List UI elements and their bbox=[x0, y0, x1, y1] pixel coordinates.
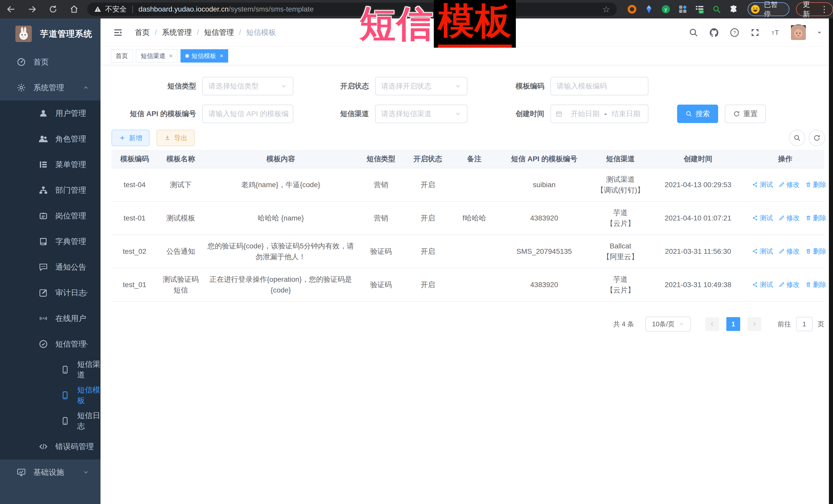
yuque-extension-icon[interactable]: y bbox=[661, 4, 671, 14]
online-users-icon: A bbox=[39, 314, 48, 323]
browser-menu-icon[interactable]: ⋮ bbox=[820, 4, 828, 14]
green-magnifier-extension-icon[interactable] bbox=[712, 4, 721, 14]
breadcrumb-item-1[interactable]: 系统管理 bbox=[162, 27, 192, 38]
chevron-up-icon bbox=[82, 85, 89, 91]
sidebar-item-16[interactable]: 基础设施 bbox=[0, 459, 100, 485]
window-edge-scrollbar[interactable] bbox=[829, 19, 833, 504]
delete-link[interactable]: 删除 bbox=[805, 246, 826, 257]
close-icon[interactable]: × bbox=[169, 52, 172, 59]
cell-actions: 测试修改删除 bbox=[746, 201, 824, 235]
sidebar-item-0[interactable]: 首页 bbox=[0, 49, 100, 75]
profile-paused-chip[interactable]: 已暂停 bbox=[747, 2, 790, 16]
filter-daterange[interactable]: 开始日期-结束日期 bbox=[550, 104, 648, 123]
test-link[interactable]: 测试 bbox=[752, 179, 773, 190]
sidebar-item-label: 在线用户 bbox=[55, 313, 86, 324]
orange-ring-extension-icon[interactable] bbox=[627, 4, 637, 14]
tab-label: 短信渠道 bbox=[141, 52, 165, 60]
cell-type: 营销 bbox=[358, 201, 404, 235]
filter-input[interactable]: 请输入模板编码 bbox=[550, 77, 648, 95]
sidebar-item-13[interactable]: 短信模板 bbox=[0, 383, 100, 408]
trash-icon bbox=[805, 282, 811, 288]
tab-1[interactable]: 短信渠道× bbox=[136, 49, 177, 63]
infrastructure-icon bbox=[17, 467, 26, 477]
blue-pin-extension-icon[interactable] bbox=[644, 4, 654, 14]
current-page[interactable]: 1 bbox=[727, 317, 740, 331]
export-button[interactable]: 导出 bbox=[157, 130, 195, 146]
channel-line: Ballcat bbox=[594, 241, 647, 251]
font-size-icon[interactable]: TT bbox=[770, 27, 781, 38]
caret-down-icon[interactable] bbox=[816, 29, 823, 36]
cell-code: test-01 bbox=[112, 201, 158, 235]
sidebar-item-7[interactable]: 字典管理 bbox=[0, 229, 100, 254]
table-header-row: 模板编码模板名称模板内容短信类型开启状态备注短信 API 的模板编号短信渠道创建… bbox=[112, 150, 824, 168]
test-link[interactable]: 测试 bbox=[752, 213, 773, 223]
delete-link[interactable]: 删除 bbox=[805, 179, 826, 190]
github-icon[interactable] bbox=[709, 27, 719, 38]
on-badge-extension-icon[interactable]: on bbox=[695, 4, 705, 14]
tab-2[interactable]: 短信模板× bbox=[181, 49, 228, 63]
filter-label: 模板编码 bbox=[493, 81, 544, 91]
close-icon[interactable]: × bbox=[220, 52, 223, 59]
sidebar-item-9[interactable]: 审计日志 bbox=[0, 280, 100, 306]
sidebar-item-6[interactable]: 岗位管理 bbox=[0, 203, 100, 229]
refresh-table-button[interactable] bbox=[809, 130, 825, 146]
home-icon[interactable] bbox=[69, 4, 79, 14]
search-button[interactable]: 搜索 bbox=[677, 104, 718, 123]
edit-link[interactable]: 修改 bbox=[779, 246, 800, 257]
forward-icon[interactable] bbox=[27, 4, 37, 14]
breadcrumb-item-0[interactable]: 首页 bbox=[135, 27, 150, 38]
test-link[interactable]: 测试 bbox=[752, 279, 773, 290]
user-avatar[interactable] bbox=[791, 24, 806, 41]
cell-type: 验证码 bbox=[358, 235, 404, 268]
edit-link[interactable]: 修改 bbox=[779, 213, 800, 223]
edit-link[interactable]: 修改 bbox=[779, 279, 800, 290]
cell-code: test_01 bbox=[112, 268, 158, 302]
sidebar-item-3[interactable]: 角色管理 bbox=[0, 126, 100, 152]
filter-select[interactable]: 请选择短信类型 bbox=[202, 77, 293, 95]
puzzle-extension-icon[interactable] bbox=[729, 4, 738, 14]
tab-0[interactable]: 首页 bbox=[111, 49, 133, 63]
sidebar-item-4[interactable]: 菜单管理 bbox=[0, 152, 100, 177]
back-icon[interactable] bbox=[6, 4, 16, 14]
delete-link[interactable]: 删除 bbox=[805, 213, 826, 223]
help-icon[interactable]: ? bbox=[730, 27, 740, 38]
bookmark-star-icon[interactable]: ☆ bbox=[602, 4, 610, 14]
filter-select[interactable]: 请选择短信渠道 bbox=[375, 104, 468, 123]
grid-extension-icon[interactable] bbox=[678, 4, 688, 14]
filter-select[interactable]: 请选择开启状态 bbox=[375, 77, 468, 95]
export-button-label: 导出 bbox=[174, 134, 187, 143]
sidebar-item-11[interactable]: 短信管理 bbox=[0, 331, 100, 357]
reset-button[interactable]: 重置 bbox=[725, 104, 766, 123]
sidebar-logo[interactable]: 芋道管理系统 bbox=[0, 19, 100, 49]
update-button[interactable]: 更新 ⋮ bbox=[796, 2, 833, 16]
sidebar-item-8[interactable]: 通知公告 bbox=[0, 254, 100, 280]
sidebar-item-label: 审计日志 bbox=[55, 288, 86, 298]
search-icon[interactable] bbox=[688, 27, 699, 38]
filter-field-2: 模板编码请输入模板编码 bbox=[493, 77, 648, 95]
action-label: 测试 bbox=[760, 213, 773, 223]
sidebar-item-12[interactable]: 短信渠道 bbox=[0, 357, 100, 383]
sidebar-item-1[interactable]: 系统管理 bbox=[0, 75, 100, 100]
address-bar[interactable]: 不安全 dashboard.yudao.iocoder.cn/system/sm… bbox=[87, 3, 617, 16]
page-size-select[interactable]: 10条/页 bbox=[645, 317, 691, 332]
next-page-button[interactable] bbox=[747, 317, 761, 331]
filter-input[interactable]: 请输入短信 API 的模板编 bbox=[202, 104, 293, 123]
edit-link[interactable]: 修改 bbox=[779, 179, 800, 190]
sidebar-item-14[interactable]: 短信日志 bbox=[0, 408, 100, 434]
delete-link[interactable]: 删除 bbox=[805, 279, 826, 290]
prev-page-button[interactable] bbox=[705, 317, 719, 331]
cell-actions: 测试修改删除 bbox=[746, 268, 824, 302]
add-button[interactable]: 新增 bbox=[112, 130, 149, 146]
toggle-search-button[interactable] bbox=[789, 130, 805, 146]
action-label: 修改 bbox=[786, 279, 800, 290]
breadcrumb-item-2[interactable]: 短信管理 bbox=[204, 27, 234, 38]
sidebar-item-5[interactable]: 部门管理 bbox=[0, 177, 100, 203]
sidebar-item-10[interactable]: A在线用户 bbox=[0, 306, 100, 331]
hamburger-icon[interactable] bbox=[113, 27, 124, 38]
sidebar-item-2[interactable]: 用户管理 bbox=[0, 100, 100, 126]
reload-icon[interactable] bbox=[48, 4, 58, 14]
page-input[interactable]: 1 bbox=[796, 317, 812, 331]
test-link[interactable]: 测试 bbox=[752, 246, 773, 257]
fullscreen-icon[interactable] bbox=[750, 27, 760, 38]
sidebar-item-15[interactable]: 错误码管理 bbox=[0, 434, 100, 459]
